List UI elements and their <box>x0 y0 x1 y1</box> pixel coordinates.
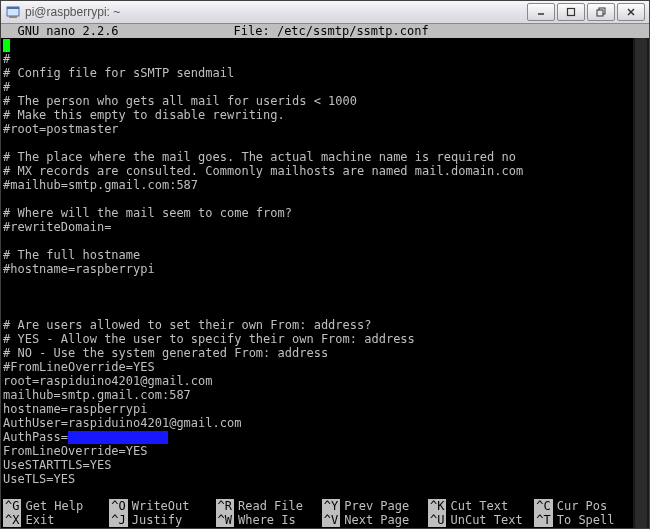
shortcut-uncut-text[interactable]: ^UUnCut Text <box>428 513 534 527</box>
file-line: # Config file for sSMTP sendmail <box>3 66 234 80</box>
shortcut-cur-pos[interactable]: ^CCur Pos <box>534 499 640 513</box>
file-line: mailhub=smtp.gmail.com:587 <box>3 388 191 402</box>
nano-shortcut-bar: ^GGet Help ^OWriteOut ^RRead File ^YPrev… <box>1 499 649 528</box>
svg-rect-6 <box>597 10 603 16</box>
minimize-button[interactable] <box>527 3 555 21</box>
file-line: # <box>3 52 10 66</box>
file-line: # YES - Allow the user to specify their … <box>3 332 415 346</box>
file-line: FromLineOverride=YES <box>3 444 148 458</box>
shortcut-justify[interactable]: ^JJustify <box>109 513 215 527</box>
file-line: AuthPass= <box>3 430 68 444</box>
nano-filename: File: /etc/ssmtp/ssmtp.conf <box>183 24 647 38</box>
file-line: # MX records are consulted. Commonly mai… <box>3 164 523 178</box>
file-line: # The full hostname <box>3 248 140 262</box>
file-line: UseSTARTTLS=YES <box>3 458 111 472</box>
window-title: pi@raspberrypi: ~ <box>25 5 527 19</box>
maximize-button[interactable] <box>557 3 585 21</box>
nano-version: GNU nano 2.2.6 <box>3 24 183 38</box>
file-line: # NO - Use the system generated From: ad… <box>3 346 328 360</box>
file-line: #mailhub=smtp.gmail.com:587 <box>3 178 198 192</box>
shortcut-writeout[interactable]: ^OWriteOut <box>109 499 215 513</box>
text-cursor <box>3 39 10 52</box>
putty-window: pi@raspberrypi: ~ <box>0 0 650 529</box>
file-line: root=raspiduino4201@gmail.com <box>3 374 213 388</box>
file-line: UseTLS=YES <box>3 472 75 486</box>
shortcut-get-help[interactable]: ^GGet Help <box>3 499 109 513</box>
terminal-area[interactable]: GNU nano 2.2.6 File: /etc/ssmtp/ssmtp.co… <box>1 24 649 528</box>
restore-button[interactable] <box>587 3 615 21</box>
svg-rect-1 <box>7 7 19 9</box>
shortcut-read-file[interactable]: ^RRead File <box>216 499 322 513</box>
shortcut-cut-text[interactable]: ^KCut Text <box>428 499 534 513</box>
window-controls <box>527 3 645 21</box>
scrollbar[interactable] <box>633 38 649 528</box>
svg-rect-2 <box>9 16 17 18</box>
shortcut-exit[interactable]: ^XExit <box>3 513 109 527</box>
window-titlebar[interactable]: pi@raspberrypi: ~ <box>1 1 649 24</box>
file-line: # Are users allowed to set their own Fro… <box>3 318 371 332</box>
file-line: # Where will the mail seem to come from? <box>3 206 292 220</box>
nano-editor-body[interactable]: # # Config file for sSMTP sendmail # # T… <box>1 38 649 499</box>
shortcut-prev-page[interactable]: ^YPrev Page <box>322 499 428 513</box>
file-line: # <box>3 80 10 94</box>
shortcut-where-is[interactable]: ^WWhere Is <box>216 513 322 527</box>
file-line: # Make this empty to disable rewriting. <box>3 108 285 122</box>
close-button[interactable] <box>617 3 645 21</box>
file-line: #root=postmaster <box>3 122 119 136</box>
scrollbar-thumb[interactable] <box>635 38 647 528</box>
svg-rect-4 <box>568 9 575 16</box>
shortcut-next-page[interactable]: ^VNext Page <box>322 513 428 527</box>
file-line: hostname=raspberrypi <box>3 402 148 416</box>
putty-icon <box>5 4 21 20</box>
redacted-password <box>68 431 168 444</box>
file-line: #hostname=raspberrypi <box>3 262 155 276</box>
file-line: # The person who gets all mail for useri… <box>3 94 357 108</box>
shortcut-to-spell[interactable]: ^TTo Spell <box>534 513 640 527</box>
file-line: #rewriteDomain= <box>3 220 111 234</box>
file-line: #FromLineOverride=YES <box>3 360 155 374</box>
nano-header: GNU nano 2.2.6 File: /etc/ssmtp/ssmtp.co… <box>1 24 649 38</box>
file-line: AuthUser=raspiduino4201@gmail.com <box>3 416 241 430</box>
file-line: # The place where the mail goes. The act… <box>3 150 516 164</box>
